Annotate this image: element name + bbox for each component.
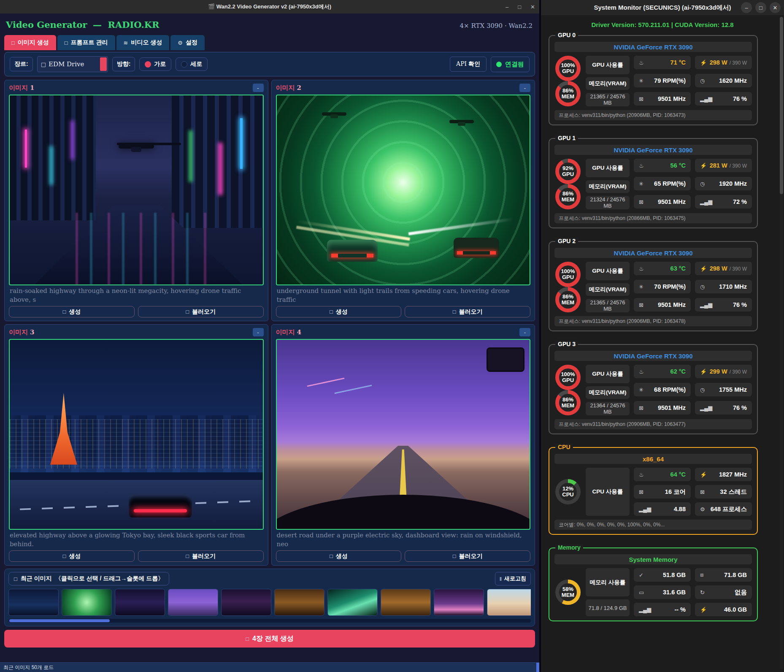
panel-minimize-button[interactable]: - [253,84,264,92]
bolt-icon: ⚡ [700,369,707,375]
scrollbar-thumb[interactable] [780,17,783,194]
generated-image-green-tunnel[interactable] [276,95,531,285]
tab-prompt-management[interactable]: □ 프롬프트 관리 [57,35,115,50]
memory-chip-icon: ⊠ [639,405,643,411]
vram-label: 메모리(VRAM) [586,77,630,90]
cpu-process-count-stat: ⚙648 프로세스 [695,502,752,516]
panel-minimize-button[interactable]: - [519,328,530,336]
bolt-icon: ⚡ [700,471,707,478]
prompt-text[interactable]: rain-soaked highway through a neon-lit m… [10,287,263,305]
generate-button[interactable]: □생성 [9,306,135,317]
thermometer-icon: ♨ [639,266,644,272]
cpu-usage-gauge: 12%CPU [555,479,581,504]
generate-button[interactable]: □생성 [276,306,402,317]
gpu-card-3: GPU 3 NVIDIA GeForce RTX 3090 100%GPU 86… [549,344,758,434]
radio-horizontal[interactable]: 가로 [139,57,171,71]
generate-button[interactable]: □생성 [276,550,402,562]
minimize-icon[interactable]: – [506,4,508,10]
prompt-text[interactable]: desert road under a purple electric sky,… [277,531,530,550]
drone-silhouette [449,120,474,123]
tab-video-generation[interactable]: ≋ 비디오 생성 [116,35,170,50]
video-generator-window: 🎬 Wan2.2 Video Generator v2 (ai-7950x3d에… [0,0,539,672]
cpu-cores-stat: ⊠16 코어 [634,485,691,499]
gpu-memclock-stat: ⊠9501 MHz [634,92,691,106]
fan-icon: ✳ [639,181,643,187]
gpu-clock-stat: ◷1920 MHz [695,177,752,190]
tab-settings[interactable]: ⚙ 설정 [170,35,205,50]
gpu-card-title: GPU 2 [555,238,578,244]
generated-image-tokyo-night[interactable] [9,339,264,530]
panel-minimize-button[interactable]: - [253,328,264,336]
load-button[interactable]: □불러오기 [138,306,264,317]
generated-image-purple-desert[interactable] [276,339,531,530]
thumbnail-neon-street-night[interactable] [221,589,271,616]
package-icon: ⧈ [700,572,703,578]
generated-image-neon-city[interactable] [9,95,264,285]
prompt-text[interactable]: elevated highway above a glowing Tokyo b… [10,531,263,550]
direction-label: 방향: [112,57,135,71]
connected-dot-icon [496,62,502,67]
thumbnail-purple-nebula-sky[interactable] [168,589,218,616]
bar-chart-icon: ▂▄▆ [639,506,651,512]
gpu-card-0: GPU 0 NVIDIA GeForce RTX 3090 100%GPU 86… [549,35,758,125]
gpu-clock-stat: ◷1620 MHz [695,74,752,87]
thumbnail-library-shelf[interactable] [381,589,431,616]
check-icon: ✓ [639,572,643,578]
panel-minimize-button[interactable]: - [519,84,530,92]
building-windows [10,419,263,468]
maximize-icon[interactable]: □ [755,2,766,13]
genre-select[interactable]: □ EDM Drive [37,56,108,72]
refresh-button[interactable]: ‖ 새로고침 [495,572,531,585]
scrollbar-thumb[interactable] [9,619,110,622]
thumbnail-purple-city-drone[interactable] [115,589,165,616]
gpu-process-line: 프로세스: venv311/bin/python (20906MB, PID: … [554,419,752,429]
thumbnail-aurora-green[interactable] [327,589,378,616]
close-icon[interactable]: ✕ [770,2,781,13]
recent-images-hint: 〈클릭으로 선택 / 드래그→슬롯에 드롭〉 [55,575,164,583]
gpu-clock-stat: ◷1755 MHz [695,383,752,396]
radio-vertical[interactable]: 세로 [176,57,208,71]
thumbnail-scrollbar[interactable] [8,619,531,623]
generate-button[interactable]: □생성 [9,550,135,562]
gpu-process-line: 프로세스: venv311/bin/python (20906MB, PID: … [554,316,752,326]
gpu-power-stat: ⚡299 W/ 390 W [695,365,752,378]
monitor-scrollbar[interactable] [780,17,783,669]
thumbnail-beach-relax[interactable] [487,589,531,616]
thumbnail-green-tunnel[interactable] [62,589,112,616]
drone-silhouette [119,144,154,149]
api-check-button[interactable]: API 확인 [450,57,487,72]
gpu-model-label: NVIDIA GeForce RTX 3090 [554,42,752,52]
close-icon[interactable]: ✕ [530,4,535,10]
gpu-info-label: 4× RTX 3090 · Wan2.2 [460,22,533,30]
cpu-per-core-line: 코어별: 0%, 0%, 0%, 0%, 0%, 100%, 0%, 0%... [554,520,752,530]
right-window-title: System Monitor (SECUNICS) (ai-7950x3d에서) [594,4,731,12]
generate-icon: □ [330,553,333,559]
gpu-power-stat: ⚡281 W/ 390 W [695,159,752,172]
generation-toolbar: 장르: □ EDM Drive 방향: 가로 세로 API 확인 연결됨 [4,52,535,76]
gear-icon: ⚙ [178,40,183,46]
gpu-usage-label: GPU 사용률 [586,262,630,280]
prompt-text[interactable]: underground tunnel with light trails fro… [277,287,530,305]
gpu-temp-stat: ♨56 °C [634,159,691,172]
generate-all-button[interactable]: □ 4장 전체 생성 [4,630,535,648]
maximize-icon[interactable]: □ [518,4,521,10]
thumbnail-night-city-tower[interactable] [8,589,59,616]
gpu-clock-stat: ◷1710 MHz [695,280,752,293]
thumbnail-bookshelf-warm[interactable] [274,589,324,616]
load-button[interactable]: □불러오기 [138,550,264,562]
bolt-icon: ⚡ [700,266,707,272]
refresh-icon: ‖ [500,576,502,582]
gpu-fan-stat: ✳79 RPM(%) [634,74,691,87]
minimize-icon[interactable]: – [741,2,752,13]
thermometer-icon: ♨ [639,471,644,478]
gpu-model-label: NVIDIA GeForce RTX 3090 [554,351,752,361]
tab-image-generation[interactable]: □ 이미지 생성 [4,35,56,50]
load-button[interactable]: □불러오기 [405,306,530,317]
generate-all-icon: □ [246,636,249,642]
load-button[interactable]: □불러오기 [405,550,530,562]
neon-lights [240,118,243,169]
app-header: Video Generator — RADIO.KR 4× RTX 3090 ·… [0,14,539,33]
thumbnail-ferris-wheel[interactable] [434,589,484,616]
car-silhouette [454,238,499,258]
genre-select-scroll[interactable] [100,57,107,71]
